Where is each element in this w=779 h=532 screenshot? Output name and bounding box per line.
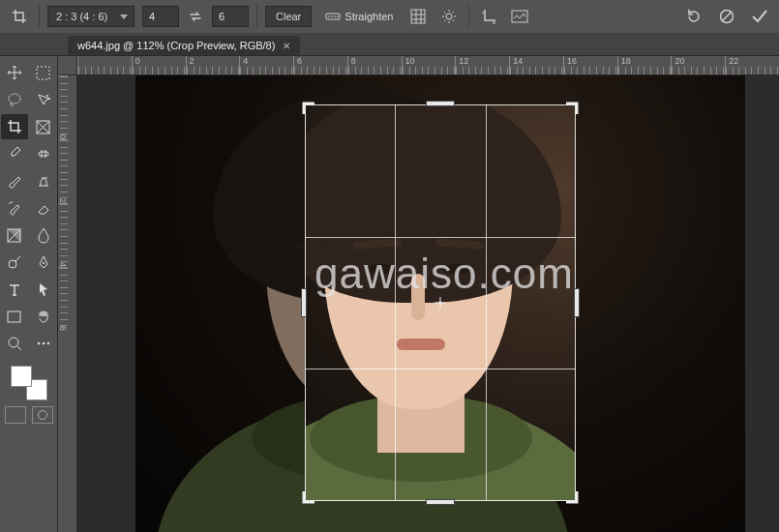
crop-box[interactable] — [305, 104, 576, 501]
svg-rect-10 — [39, 152, 48, 156]
svg-point-16 — [37, 342, 40, 345]
svg-point-13 — [43, 262, 45, 264]
swap-dimensions-icon[interactable] — [187, 6, 204, 27]
svg-rect-1 — [411, 10, 425, 23]
healing-brush-tool-icon[interactable] — [30, 141, 57, 166]
ruler-tick — [77, 56, 132, 74]
history-brush-tool-icon[interactable] — [1, 195, 28, 221]
delete-cropped-pixels-icon[interactable] — [477, 5, 500, 28]
dodge-tool-icon[interactable] — [1, 250, 28, 275]
path-select-tool-icon[interactable] — [30, 277, 57, 302]
brush-tool-icon[interactable] — [1, 168, 28, 193]
commit-icon[interactable] — [748, 5, 771, 28]
aspect-ratio-dropdown[interactable]: 2 : 3 (4 : 6) — [47, 6, 135, 27]
crop-tool-indicator-icon[interactable] — [8, 5, 31, 28]
edit-toolbar-icon[interactable] — [30, 331, 57, 356]
eraser-tool-icon[interactable] — [30, 195, 57, 221]
quick-mask-mode-icon[interactable] — [32, 406, 53, 424]
move-tool-icon[interactable] — [1, 60, 28, 85]
content-aware-icon[interactable] — [508, 5, 531, 28]
ruler-tick: 6 — [293, 56, 347, 74]
svg-point-8 — [48, 98, 50, 100]
vertical-ruler[interactable]: 0 2 4 6 — [58, 75, 77, 532]
ruler-tick: 8 — [347, 56, 402, 74]
crop-tool-icon[interactable] — [1, 114, 28, 139]
document-tab-title: w644.jpg @ 112% (Crop Preview, RGB/8) — [77, 40, 275, 51]
svg-point-2 — [446, 14, 452, 19]
rectangle-tool-icon[interactable] — [1, 304, 28, 329]
svg-point-19 — [439, 302, 442, 305]
ruler-tick: 4 — [239, 56, 293, 74]
color-swatches[interactable] — [11, 366, 47, 400]
crop-center-icon — [434, 296, 447, 310]
overlay-options-icon[interactable] — [406, 5, 430, 28]
svg-point-6 — [9, 94, 20, 103]
svg-point-18 — [46, 342, 49, 345]
ruler-tick: 0 — [58, 75, 68, 139]
straighten-icon — [325, 11, 341, 22]
crop-handle-top-right[interactable] — [562, 103, 578, 118]
foreground-swatch[interactable] — [11, 366, 32, 387]
aspect-ratio-value: 2 : 3 (4 : 6) — [56, 11, 107, 22]
eyedropper-tool-icon[interactable] — [1, 141, 28, 166]
crop-handle-top[interactable] — [426, 101, 455, 106]
watermark-text: gawaiso.com — [315, 250, 574, 298]
document-tab[interactable]: w644.jpg @ 112% (Crop Preview, RGB/8) ✕ — [68, 36, 300, 55]
straighten-button[interactable]: Straighten — [319, 6, 399, 27]
canvas-area: 0 2 4 6 8 10 12 14 16 18 20 22 0 2 4 6 — [58, 56, 779, 532]
crop-height-input[interactable]: 6 — [212, 6, 249, 27]
separator — [468, 5, 469, 28]
crop-handle-bottom[interactable] — [426, 499, 455, 505]
workspace: 0 2 4 6 8 10 12 14 16 18 20 22 0 2 4 6 — [0, 56, 779, 532]
ruler-tick: 22 — [725, 56, 779, 74]
crop-handle-bottom-right[interactable] — [562, 488, 578, 503]
document-tab-bar: w644.jpg @ 112% (Crop Preview, RGB/8) ✕ — [0, 33, 779, 56]
crop-width-input[interactable]: 4 — [142, 6, 179, 27]
ruler-tick: 6 — [58, 267, 68, 331]
toolbox — [0, 56, 58, 532]
svg-point-15 — [9, 338, 18, 347]
ruler-tick: 4 — [58, 203, 68, 267]
zoom-tool-icon[interactable] — [1, 331, 28, 356]
ruler-tick: 20 — [671, 56, 725, 74]
separator — [256, 5, 257, 28]
svg-point-7 — [46, 95, 48, 97]
svg-point-12 — [9, 260, 16, 268]
svg-rect-5 — [37, 67, 49, 79]
ruler-tick: 0 — [132, 56, 186, 74]
marquee-tool-icon[interactable] — [30, 60, 57, 85]
ruler-tick: 10 — [402, 56, 456, 74]
quick-select-tool-icon[interactable] — [30, 87, 57, 112]
separator — [39, 5, 40, 28]
pen-tool-icon[interactable] — [30, 250, 57, 275]
crop-handle-top-left[interactable] — [303, 103, 318, 118]
options-bar: 2 : 3 (4 : 6) 4 6 Clear Straighten — [0, 0, 779, 33]
gradient-tool-icon[interactable] — [1, 222, 28, 248]
type-tool-icon[interactable] — [1, 277, 28, 302]
hand-tool-icon[interactable] — [30, 304, 57, 329]
ruler-tick: 2 — [58, 139, 68, 203]
cancel-icon[interactable] — [715, 5, 738, 28]
svg-rect-14 — [8, 311, 20, 322]
ruler-tick: 2 — [186, 56, 240, 74]
lasso-tool-icon[interactable] — [1, 87, 28, 112]
image-canvas[interactable]: gawaiso.com — [135, 75, 745, 532]
crop-handle-left[interactable] — [301, 288, 307, 317]
ruler-origin[interactable] — [58, 56, 77, 75]
blur-tool-icon[interactable] — [30, 222, 57, 248]
crop-handle-bottom-left[interactable] — [303, 488, 318, 503]
horizontal-ruler[interactable]: 0 2 4 6 8 10 12 14 16 18 20 22 — [77, 56, 779, 75]
svg-point-17 — [42, 342, 45, 345]
frame-tool-icon[interactable] — [30, 114, 57, 139]
close-icon[interactable]: ✕ — [283, 41, 290, 51]
crop-options-gear-icon[interactable] — [437, 5, 461, 28]
document-viewport[interactable]: gawaiso.com — [77, 75, 779, 532]
reset-icon[interactable] — [682, 5, 705, 28]
clone-stamp-tool-icon[interactable] — [30, 168, 57, 193]
ruler-tick: 12 — [455, 56, 509, 74]
ruler-tick: 18 — [617, 56, 672, 74]
standard-mode-icon[interactable] — [5, 406, 26, 424]
ruler-tick: 16 — [563, 56, 617, 74]
crop-handle-right[interactable] — [574, 288, 580, 317]
clear-button[interactable]: Clear — [265, 6, 312, 27]
